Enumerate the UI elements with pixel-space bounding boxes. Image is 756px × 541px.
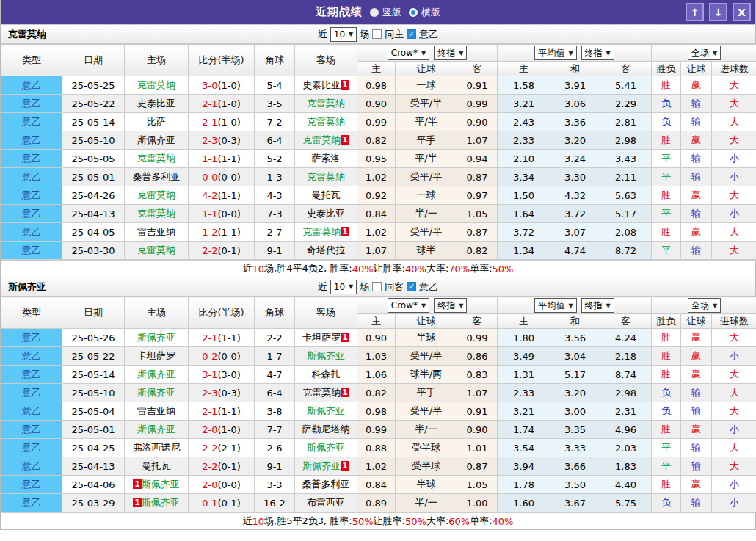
goals-result-cell: 大 <box>712 439 756 457</box>
avg-away-cell: 2.11 <box>600 168 652 186</box>
summary-segment: 近 <box>243 262 252 275</box>
result-cell: 负 <box>652 113 681 131</box>
matches-unit-label: 场 <box>360 28 369 41</box>
col-header-type: 类型 <box>1 45 62 76</box>
avg-draw-cell: 3.72 <box>550 205 600 223</box>
team-name-link[interactable]: 克雷莫纳 <box>137 208 175 219</box>
team-name-link[interactable]: 克雷莫纳 <box>307 116 345 127</box>
average-final-odds-select[interactable]: 终指 ▼ <box>581 298 614 313</box>
team-name-link[interactable]: 克雷莫纳 <box>137 153 175 164</box>
home-team-cell: 曼托瓦 <box>125 457 189 476</box>
subcol-home-odds: 主 <box>357 62 396 76</box>
team-name-link[interactable]: 卡坦萨罗 <box>302 332 341 343</box>
team-name-link[interactable]: 斯佩齐亚 <box>142 497 180 508</box>
move-down-button[interactable]: ↓ <box>709 3 727 21</box>
handicap-cell: 平/半 <box>396 113 457 131</box>
team-name-link[interactable]: 曼托瓦 <box>312 189 341 200</box>
layout-radio-vertical[interactable]: 竖版 <box>370 6 401 19</box>
team-name-link[interactable]: 弗洛西诺尼 <box>133 442 181 453</box>
team-name-link[interactable]: 斯佩齐亚 <box>137 387 175 398</box>
team-name-link[interactable]: 克雷莫纳 <box>307 171 345 182</box>
summary-segment: 40% <box>352 264 374 275</box>
final-odds-select[interactable]: 终指 ▼ <box>434 46 467 60</box>
handicap-cell: 受平/半 <box>396 168 457 186</box>
league-filter-checkbox[interactable]: ✓ <box>407 29 416 39</box>
result-cell: 胜 <box>652 223 681 242</box>
home-team-cell: 雷吉亚纳 <box>125 223 189 242</box>
same-venue-checkbox[interactable] <box>372 282 382 291</box>
move-up-button[interactable]: ↑ <box>686 3 704 21</box>
team-name-link[interactable]: 克雷莫纳 <box>302 134 341 145</box>
team-name-link[interactable]: 卡坦萨罗 <box>137 350 175 361</box>
team-name-link[interactable]: 雷吉亚纳 <box>137 226 175 237</box>
team-name-link[interactable]: 萨勒尼塔纳 <box>302 424 350 435</box>
final-odds-select[interactable]: 终指 ▼ <box>434 298 467 313</box>
team-name-link[interactable]: 克雷莫纳 <box>137 79 175 90</box>
chevron-down-icon: ▼ <box>606 302 611 309</box>
summary-segment: 让胜率: <box>374 262 405 275</box>
halftime-score: (1-1) <box>217 227 240 238</box>
avg-draw-cell: 3.91 <box>550 76 600 95</box>
handicap-cell: 平手 <box>396 131 457 150</box>
bookmaker-select[interactable]: Crow* ▼ <box>388 298 429 313</box>
avg-home-cell: 1.31 <box>498 366 550 384</box>
team-name-link[interactable]: 桑普多利亚 <box>133 171 181 182</box>
bookmaker-select-value: Crow* <box>391 48 418 58</box>
goals-result-cell: 大 <box>712 113 756 131</box>
team-name-link[interactable]: 比萨 <box>147 116 166 127</box>
score-cell: 2-2(2-1) <box>189 439 255 457</box>
bookmaker-select[interactable]: Crow* ▼ <box>388 46 429 60</box>
fullmatch-select[interactable]: 全场 ▼ <box>688 46 721 60</box>
crow-home-odds-cell: 0.99 <box>357 421 396 439</box>
team-name-link[interactable]: 斯佩齐亚 <box>307 350 345 361</box>
team-name-link[interactable]: 科森扎 <box>312 368 341 380</box>
team-name-link[interactable]: 雷吉亚纳 <box>137 405 175 416</box>
team-name-link[interactable]: 斯佩齐亚 <box>137 368 175 380</box>
date-cell: 25-05-10 <box>62 131 125 150</box>
layout-radio-horizontal[interactable]: 横版 <box>409 6 440 19</box>
team-name-link[interactable]: 克雷莫纳 <box>302 226 341 237</box>
team-name-link[interactable]: 布雷西亚 <box>307 497 345 508</box>
crow-home-odds-cell: 1.07 <box>357 242 396 260</box>
team-name-link[interactable]: 奇塔代拉 <box>307 244 345 255</box>
avg-draw-cell: 4.32 <box>550 186 600 205</box>
team-name-link[interactable]: 克雷莫纳 <box>137 244 175 255</box>
subcol-handicap: 让球 <box>396 314 457 329</box>
team-name-link[interactable]: 史泰比亚 <box>302 79 341 90</box>
table-row: 意乙25-05-01斯佩齐亚2-0(1-0)7-7萨勒尼塔纳0.99半/一0.9… <box>1 421 756 439</box>
home-team-cell: 1斯佩齐亚 <box>125 494 189 512</box>
average-select[interactable]: 平均值 ▼ <box>534 298 576 313</box>
team-name-link[interactable]: 斯佩齐亚 <box>142 479 180 490</box>
team-name-link[interactable]: 萨索洛 <box>312 153 341 164</box>
team-name-link[interactable]: 斯佩齐亚 <box>307 442 345 453</box>
goals-result-cell: 大 <box>712 131 756 150</box>
team-name-link[interactable]: 史泰比亚 <box>307 208 345 219</box>
goals-result-cell: 大 <box>712 329 756 347</box>
match-count-select[interactable]: 10 ▼ <box>330 280 357 294</box>
team-name-link[interactable]: 斯佩齐亚 <box>137 424 175 435</box>
average-select[interactable]: 平均值 ▼ <box>534 46 576 60</box>
team-name-link[interactable]: 曼托瓦 <box>142 460 171 471</box>
away-team-cell: 史泰比亚1 <box>295 76 357 95</box>
subcol-away-odds: 客 <box>457 314 498 329</box>
team-name-link[interactable]: 克雷莫纳 <box>137 189 175 200</box>
average-final-odds-select[interactable]: 终指 ▼ <box>581 46 614 60</box>
team-name-link[interactable]: 斯佩齐亚 <box>137 134 175 145</box>
goals-result-cell: 小 <box>712 476 756 494</box>
results-table: 类型 日期 主场 比分(半场) 角球 客场 Crow* ▼ 终指 <box>1 297 756 512</box>
halftime-score: (1-1) <box>217 153 240 164</box>
team-name-link[interactable]: 克雷莫纳 <box>307 98 345 109</box>
team-name-link[interactable]: 克雷莫纳 <box>302 387 341 398</box>
team-name-link[interactable]: 斯佩齐亚 <box>302 460 341 471</box>
team-name-link[interactable]: 斯佩齐亚 <box>137 332 175 343</box>
team-name-link[interactable]: 史泰比亚 <box>137 98 175 109</box>
team-name-link[interactable]: 桑普多利亚 <box>302 479 350 490</box>
fullmatch-select[interactable]: 全场 ▼ <box>688 298 721 313</box>
team-name-link[interactable]: 斯佩齐亚 <box>307 405 345 416</box>
league-filter-checkbox[interactable]: ✓ <box>407 282 416 291</box>
close-button[interactable]: X <box>733 3 751 21</box>
league-cell: 意乙 <box>1 131 62 150</box>
layout-radio-vertical-label: 竖版 <box>382 6 401 19</box>
same-venue-checkbox[interactable] <box>372 29 382 39</box>
match-count-select[interactable]: 10 ▼ <box>330 27 357 42</box>
